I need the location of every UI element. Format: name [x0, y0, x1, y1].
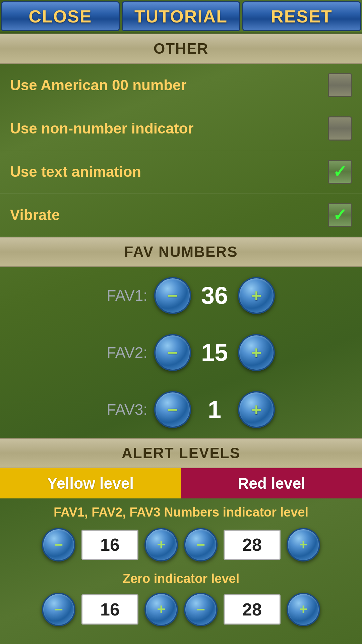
fav-alert-controls: − 16 + − 28 + — [0, 523, 362, 568]
top-bar: CLOSE TUTORIAL RESET — [0, 0, 362, 34]
fav3-minus-button[interactable]: − — [154, 391, 191, 428]
setting-row-text-animation: Use text animation ✓ — [0, 150, 362, 194]
zero-alert-controls: − 16 + − 28 + — [0, 588, 362, 633]
reset-button[interactable]: RESET — [242, 1, 361, 31]
fav2-minus-button[interactable]: − — [154, 334, 191, 371]
american-checkbox[interactable]: ✓ — [328, 73, 352, 97]
zero-yellow-minus-button[interactable]: − — [42, 593, 75, 626]
main-background: CLOSE TUTORIAL RESET OTHER Use American … — [0, 0, 362, 644]
text-animation-checkbox[interactable]: ✓ — [328, 160, 352, 184]
fav3-plus-button[interactable]: + — [238, 391, 275, 428]
fav1-value: 36 — [198, 282, 231, 309]
fav-red-value[interactable]: 28 — [224, 530, 281, 560]
fav-yellow-plus-icon: + — [157, 536, 166, 553]
non-number-label: Use non-number indicator — [10, 120, 194, 137]
fav1-plus-icon: + — [251, 285, 261, 306]
fav1-minus-button[interactable]: − — [154, 277, 191, 314]
alert-levels-section-header: ALERT LEVELS — [0, 438, 362, 468]
text-animation-checkmark: ✓ — [333, 162, 347, 181]
fav2-plus-button[interactable]: + — [238, 334, 275, 371]
zero-yellow-value[interactable]: 16 — [81, 594, 138, 625]
vibrate-label: Vibrate — [10, 207, 60, 223]
fav1-label: FAV1: — [87, 286, 147, 305]
fav2-label: FAV2: — [87, 343, 147, 362]
fav1-row: FAV1: − 36 + — [0, 267, 362, 324]
fav-red-minus-icon: − — [196, 536, 205, 553]
fav-numbers-section-header: FAV NUMBERS — [0, 237, 362, 267]
fav2-row: FAV2: − 15 + — [0, 324, 362, 381]
zero-red-plus-icon: + — [299, 601, 308, 618]
yellow-level: Yellow level — [0, 468, 181, 498]
fav-red-plus-button[interactable]: + — [287, 528, 320, 561]
fav-yellow-value[interactable]: 16 — [81, 530, 138, 560]
fav2-plus-icon: + — [251, 342, 261, 363]
fav3-label: FAV3: — [87, 400, 147, 419]
fav3-plus-icon: + — [251, 399, 261, 420]
fav1-plus-button[interactable]: + — [238, 277, 275, 314]
fav3-value: 1 — [198, 396, 231, 423]
text-animation-label: Use text animation — [10, 163, 141, 180]
fav2-value: 15 — [198, 339, 231, 366]
alert-bar: Yellow level Red level — [0, 468, 362, 498]
zero-red-minus-button[interactable]: − — [184, 593, 218, 626]
fav-red-minus-button[interactable]: − — [184, 528, 218, 561]
vibrate-checkmark: ✓ — [333, 205, 347, 225]
zero-red-minus-icon: − — [196, 601, 205, 618]
fav-yellow-minus-icon: − — [54, 536, 63, 553]
setting-row-vibrate: Vibrate ✓ — [0, 194, 362, 237]
fav3-row: FAV3: − 1 + — [0, 381, 362, 438]
fav-red-plus-icon: + — [299, 536, 308, 553]
fav2-minus-icon: − — [168, 342, 178, 363]
zero-yellow-minus-icon: − — [54, 601, 63, 618]
tutorial-button[interactable]: TUTORIAL — [122, 1, 240, 31]
zero-indicator-label: Zero indicator level — [0, 568, 362, 588]
zero-red-plus-button[interactable]: + — [287, 593, 320, 626]
red-level: Red level — [181, 468, 362, 498]
other-section-header: OTHER — [0, 34, 362, 64]
fav-indicator-label: FAV1, FAV2, FAV3 Numbers indicator level — [0, 498, 362, 523]
zero-yellow-plus-icon: + — [157, 601, 166, 618]
fav1-minus-icon: − — [168, 285, 178, 306]
vibrate-checkbox[interactable]: ✓ — [328, 203, 352, 227]
fav3-minus-icon: − — [168, 399, 178, 420]
zero-yellow-plus-button[interactable]: + — [144, 593, 178, 626]
fav-yellow-plus-button[interactable]: + — [144, 528, 178, 561]
setting-row-american: Use American 00 number ✓ — [0, 64, 362, 107]
non-number-checkbox[interactable]: ✓ — [328, 116, 352, 141]
american-label: Use American 00 number — [10, 77, 187, 94]
setting-row-non-number: Use non-number indicator ✓ — [0, 107, 362, 150]
close-button[interactable]: CLOSE — [1, 1, 120, 31]
fav-yellow-minus-button[interactable]: − — [42, 528, 75, 561]
zero-red-value[interactable]: 28 — [224, 594, 281, 625]
